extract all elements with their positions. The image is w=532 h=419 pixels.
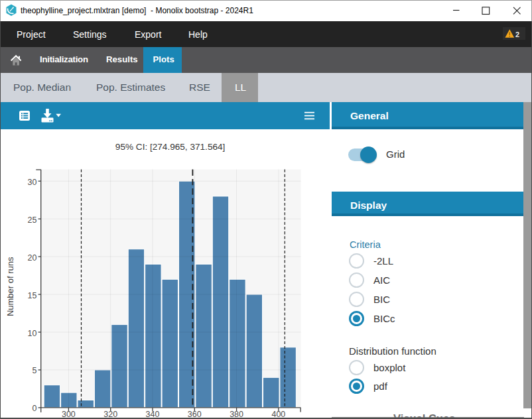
svg-text:380: 380 [230,410,243,419]
svg-text:Number of runs: Number of runs [5,257,15,316]
svg-text:320: 320 [103,410,117,419]
svg-text:400: 400 [271,410,285,419]
svg-text:5: 5 [33,366,37,375]
svg-text:10: 10 [28,329,37,338]
svg-text:20: 20 [28,253,37,263]
svg-text:30: 30 [28,178,37,187]
svg-text:95% CI: [274.965, 371.564]: 95% CI: [274.965, 371.564] [115,142,226,152]
svg-text:340: 340 [146,410,160,419]
svg-text:15: 15 [28,291,37,300]
svg-text:25: 25 [28,215,37,225]
svg-text:300: 300 [62,410,76,419]
svg-text:0: 0 [33,404,37,413]
svg-text:360: 360 [188,410,202,419]
